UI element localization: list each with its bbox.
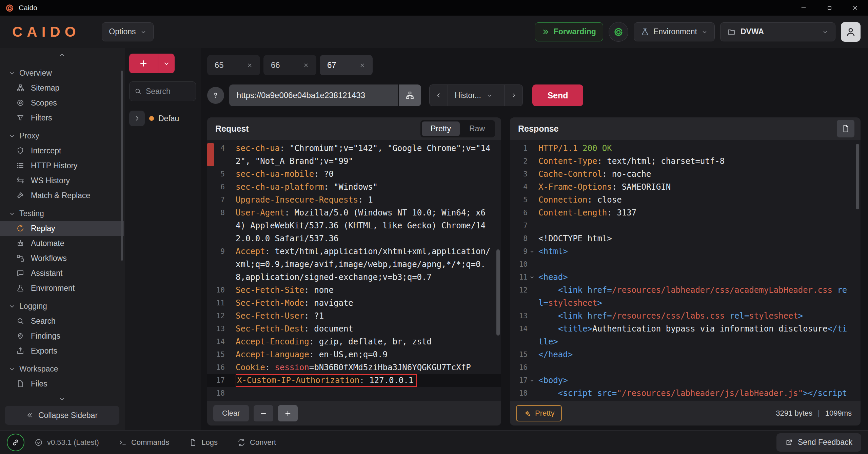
- code-line[interactable]: 4X-Frame-Options: SAMEORIGIN: [510, 181, 861, 193]
- code-line[interactable]: 18: [207, 387, 501, 400]
- fold-icon[interactable]: [528, 271, 536, 284]
- sidebar-group-overview[interactable]: Overview: [0, 65, 124, 80]
- minimize-button[interactable]: [791, 0, 816, 16]
- code-line[interactable]: 6sec-ch-ua-platform: "Windows": [207, 181, 501, 193]
- code-line[interactable]: 2Content-Type: text/html; charset=utf-8: [510, 155, 861, 168]
- tab-66[interactable]: 66: [263, 55, 316, 75]
- request-raw-toggle[interactable]: Raw: [460, 121, 494, 136]
- sidebar-item-replay[interactable]: Replay: [0, 221, 124, 236]
- response-editor[interactable]: 1HTTP/1.1 200 OK2Content-Type: text/html…: [510, 140, 861, 401]
- sidebar-group-proxy[interactable]: Proxy: [0, 128, 124, 143]
- sidebar-item-http-history[interactable]: HTTP History: [0, 158, 124, 173]
- request-scrollbar[interactable]: [496, 249, 500, 336]
- close-icon[interactable]: [247, 62, 253, 68]
- session-collection-row[interactable]: Defau: [129, 111, 196, 126]
- collapse-sidebar-button[interactable]: Collapse Sidebar: [5, 406, 119, 425]
- code-line[interactable]: 17<body>: [510, 374, 861, 387]
- code-line[interactable]: 16Cookie: session=bN36B0fXMd5ziHba3JN6YQ…: [207, 361, 501, 374]
- code-line[interactable]: 5sec-ch-ua-mobile: ?0: [207, 168, 501, 181]
- code-line[interactable]: 15</head>: [510, 348, 861, 361]
- code-line[interactable]: 14 <title>Authentication bypass via info…: [510, 322, 861, 348]
- history-back-button[interactable]: [429, 84, 448, 106]
- sidebar-item-match-replace[interactable]: Match & Replace: [0, 188, 124, 203]
- code-line[interactable]: 7Upgrade-Insecure-Requests: 1: [207, 193, 501, 206]
- code-line[interactable]: 11Sec-Fetch-Mode: navigate: [207, 297, 501, 309]
- code-line[interactable]: 13 <link href=/resources/css/labs.css re…: [510, 309, 861, 322]
- tab-67[interactable]: 67: [320, 55, 373, 75]
- code-line[interactable]: 14Accept-Encoding: gzip, deflate, br, zs…: [207, 335, 501, 348]
- sidebar-scroll-down[interactable]: [5, 392, 119, 406]
- code-line[interactable]: 5Connection: close: [510, 193, 861, 206]
- convert-button[interactable]: Convert: [237, 438, 276, 447]
- response-scrollbar[interactable]: [856, 144, 859, 209]
- sidebar-item-intercept[interactable]: Intercept: [0, 143, 124, 158]
- history-forward-button[interactable]: [505, 84, 523, 106]
- code-line[interactable]: 3Cache-Control: no-cache: [510, 168, 861, 181]
- code-line[interactable]: 1HTTP/1.1 200 OK: [510, 142, 861, 155]
- code-line[interactable]: 10: [510, 258, 861, 271]
- connection-info-button[interactable]: [207, 87, 224, 104]
- request-editor[interactable]: 4sec-ch-ua: "Chromium";v="142", "Google …: [207, 140, 501, 401]
- forwarding-button[interactable]: Forwarding: [535, 22, 603, 41]
- options-button[interactable]: Options: [102, 22, 153, 41]
- sitemap-host-button[interactable]: [399, 84, 421, 106]
- maximize-button[interactable]: [816, 0, 842, 16]
- code-line[interactable]: 11<head>: [510, 271, 861, 284]
- sidebar-item-filters[interactable]: Filters: [0, 110, 124, 125]
- sidebar-group-logging[interactable]: Logging: [0, 298, 124, 314]
- code-line[interactable]: 13Sec-Fetch-Dest: document: [207, 322, 501, 335]
- sidebar-item-environment[interactable]: Environment: [0, 281, 124, 296]
- new-session-button[interactable]: [129, 54, 158, 73]
- code-line[interactable]: 16: [510, 361, 861, 374]
- sidebar-item-findings[interactable]: Findings: [0, 328, 124, 343]
- sidebar-item-scopes[interactable]: Scopes: [0, 95, 124, 110]
- history-dropdown[interactable]: Histor...: [448, 84, 505, 106]
- tab-65[interactable]: 65: [207, 55, 260, 75]
- sidebar-item-assistant[interactable]: Assistant: [0, 266, 124, 281]
- sidebar-item-workflows[interactable]: Workflows: [0, 251, 124, 266]
- code-line[interactable]: 12Sec-Fetch-User: ?1: [207, 309, 501, 322]
- close-icon[interactable]: [359, 62, 365, 68]
- sidebar-scroll-up[interactable]: [0, 48, 124, 62]
- code-line[interactable]: 7: [510, 219, 861, 232]
- project-selector[interactable]: DVWA: [720, 22, 835, 41]
- code-line[interactable]: 17X-Custom-IP-Authorization: 127.0.0.1: [207, 374, 501, 387]
- share-link-button[interactable]: [7, 434, 24, 451]
- fold-icon[interactable]: [528, 245, 536, 258]
- code-line[interactable]: 10Sec-Fetch-Site: none: [207, 284, 501, 297]
- code-line[interactable]: 8User-Agent: Mozilla/5.0 (Windows NT 10.…: [207, 206, 501, 245]
- code-line[interactable]: 18 <script src="/resources/labheader/js/…: [510, 387, 861, 401]
- clear-button[interactable]: Clear: [213, 405, 249, 421]
- sidebar-item-ws-history[interactable]: WS History: [0, 173, 124, 188]
- caido-instance-button[interactable]: [609, 22, 628, 42]
- code-line[interactable]: 9Accept: text/html,application/xhtml+xml…: [207, 245, 501, 284]
- sidebar-group-testing[interactable]: Testing: [0, 206, 124, 221]
- fold-icon[interactable]: [528, 374, 536, 387]
- sidebar-item-files[interactable]: Files: [0, 376, 124, 390]
- remove-button[interactable]: [254, 405, 273, 421]
- sidebar-scrollbar[interactable]: [121, 71, 123, 261]
- code-line[interactable]: 4sec-ch-ua: "Chromium";v="142", "Google …: [207, 142, 501, 168]
- code-line[interactable]: 15Accept-Language: en-US,en;q=0.9: [207, 348, 501, 361]
- expand-collection-button[interactable]: [129, 111, 145, 126]
- commands-button[interactable]: Commands: [119, 438, 169, 447]
- response-file-button[interactable]: [837, 120, 854, 137]
- sidebar-item-search[interactable]: Search: [0, 314, 124, 328]
- logs-button[interactable]: Logs: [189, 438, 218, 447]
- new-session-menu-button[interactable]: [158, 54, 175, 73]
- sidebar-item-automate[interactable]: Automate: [0, 236, 124, 251]
- code-line[interactable]: 12 <link href=/resources/labheader/css/a…: [510, 284, 861, 309]
- session-search-input[interactable]: [146, 87, 191, 96]
- code-line[interactable]: 9<html>: [510, 245, 861, 258]
- code-line[interactable]: 8<!DOCTYPE html>: [510, 232, 861, 245]
- close-icon[interactable]: [303, 62, 309, 68]
- send-button[interactable]: Send: [532, 84, 583, 106]
- request-pretty-toggle[interactable]: Pretty: [422, 121, 460, 136]
- code-line[interactable]: 6Content-Length: 3137: [510, 206, 861, 219]
- sidebar-item-exports[interactable]: Exports: [0, 343, 124, 358]
- close-button[interactable]: [842, 0, 868, 16]
- environment-button[interactable]: Environment: [634, 22, 715, 41]
- send-feedback-button[interactable]: Send Feedback: [776, 433, 861, 452]
- url-input[interactable]: https://0a9e006e04ba1e238121433: [229, 84, 398, 106]
- add-button[interactable]: [278, 405, 298, 421]
